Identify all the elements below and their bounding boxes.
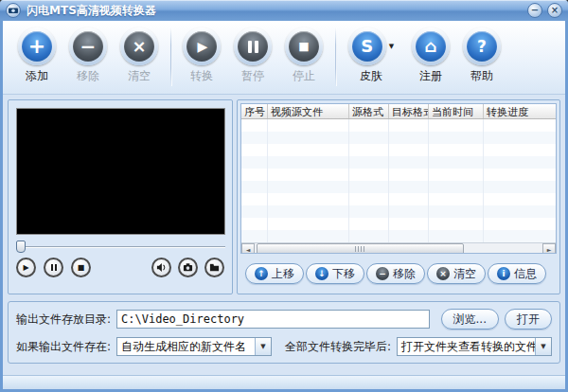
toolbar-button-pause[interactable]: 暂停	[228, 27, 277, 84]
toolbar: + 添加 − 移除 × 清空 ▶ 转换 暂停 ■ 停止	[3, 21, 565, 95]
register-icon: ⌂	[412, 27, 450, 65]
snapshot-button[interactable]	[178, 258, 198, 277]
open-media-button[interactable]	[204, 258, 224, 277]
status-bar	[3, 375, 565, 389]
stop-icon: ■	[285, 27, 323, 65]
preview-panel: ▶ ■	[8, 99, 233, 294]
exists-policy-label: 如果输出文件存在:	[16, 339, 111, 355]
toolbar-button-convert[interactable]: ▶ 转换	[177, 27, 226, 84]
window-title: 闪电MTS高清视频转换器	[27, 3, 156, 19]
skin-icon: S	[348, 27, 386, 65]
stop-icon: ■	[78, 264, 85, 272]
file-list-panel: 序号 视频源文件 源格式 目标格式 当前时间 转换进度 ◄ ►	[237, 99, 560, 294]
toolbar-button-remove[interactable]: − 移除	[63, 27, 113, 84]
table-row	[241, 218, 556, 230]
move-down-button[interactable]: ↓ 下移	[306, 263, 364, 284]
after-convert-label: 全部文件转换完毕后:	[285, 339, 391, 355]
move-up-icon: ↑	[255, 267, 268, 280]
minimize-icon: −	[531, 6, 539, 15]
toolbar-separator	[170, 27, 172, 86]
table-row	[241, 132, 556, 144]
list-action-bar: ↑ 上移 ↓ 下移 − 移除 × 清空 i 信息	[238, 263, 559, 284]
main-content: + 添加 − 移除 × 清空 ▶ 转换 暂停 ■ 停止	[3, 21, 565, 389]
scroll-left-icon[interactable]: ◄	[241, 243, 255, 254]
toolbar-button-help[interactable]: ? 帮助	[457, 27, 506, 84]
titlebar[interactable]: 闪电MTS高清视频转换器 − ×	[0, 0, 568, 21]
output-dir-input[interactable]: C:\Video_Directory	[116, 310, 430, 329]
move-up-button[interactable]: ↑ 上移	[245, 263, 304, 284]
folder-icon	[209, 260, 220, 276]
chevron-down-icon[interactable]: ▼	[255, 338, 271, 355]
skin-dropdown-icon[interactable]: ▼	[389, 43, 394, 50]
info-button[interactable]: i 信息	[488, 263, 546, 284]
table-body	[241, 119, 556, 242]
open-button[interactable]: 打开	[505, 309, 552, 330]
column-header-source-format[interactable]: 源格式	[349, 104, 389, 118]
scrollbar-track[interactable]	[255, 243, 542, 254]
table-row	[241, 193, 556, 205]
app-window: 闪电MTS高清视频转换器 − × + 添加 − 移除 × 清空 ▶ 转换	[0, 0, 568, 392]
seek-thumb[interactable]	[16, 241, 26, 253]
after-convert-combo[interactable]: 打开文件夹查看转换的文件 ▼	[397, 337, 552, 356]
close-icon: ×	[551, 6, 559, 15]
column-header-current-time[interactable]: 当前时间	[429, 104, 484, 118]
table-row	[241, 119, 556, 132]
add-icon: +	[18, 27, 56, 65]
browse-button[interactable]: 浏览...	[441, 309, 499, 330]
column-header-index[interactable]: 序号	[241, 104, 268, 118]
table-row	[241, 230, 556, 242]
pause-icon	[51, 264, 57, 271]
minimize-button[interactable]: −	[527, 3, 542, 18]
toolbar-button-add[interactable]: + 添加	[12, 27, 62, 84]
volume-icon	[156, 260, 167, 276]
toolbar-button-clear[interactable]: × 清空	[115, 27, 164, 84]
preview-stop-button[interactable]: ■	[71, 258, 91, 277]
remove-icon: −	[69, 27, 107, 65]
preview-play-button[interactable]: ▶	[16, 258, 36, 277]
remove-icon: −	[376, 267, 389, 280]
clear-icon: ×	[120, 27, 158, 65]
table-row	[241, 144, 556, 156]
column-header-progress[interactable]: 转换进度	[484, 104, 556, 118]
scroll-right-icon[interactable]: ►	[542, 243, 556, 254]
scrollbar-grip-icon	[355, 246, 365, 252]
file-table: 序号 视频源文件 源格式 目标格式 当前时间 转换进度 ◄ ►	[240, 103, 557, 254]
clear-list-button[interactable]: × 清空	[427, 263, 486, 284]
toolbar-button-skin[interactable]: S ▼ 皮肤	[342, 27, 400, 84]
table-row	[241, 156, 556, 169]
chevron-down-icon[interactable]: ▼	[535, 338, 551, 355]
toolbar-button-stop[interactable]: ■ 停止	[279, 27, 328, 84]
app-icon	[6, 3, 21, 18]
help-icon: ?	[463, 27, 501, 65]
preview-pause-button[interactable]	[44, 258, 63, 277]
table-row	[241, 181, 556, 193]
volume-button[interactable]	[151, 258, 171, 277]
info-icon: i	[497, 267, 510, 280]
pause-icon	[234, 27, 272, 65]
table-header: 序号 视频源文件 源格式 目标格式 当前时间 转换进度	[241, 104, 556, 119]
remove-item-button[interactable]: − 移除	[366, 263, 425, 284]
video-preview	[16, 108, 225, 235]
table-row	[241, 205, 556, 218]
snapshot-icon	[183, 260, 193, 276]
exists-policy-combo[interactable]: 自动生成相应的新文件名 ▼	[116, 337, 272, 356]
play-icon: ▶	[23, 264, 28, 272]
clear-icon: ×	[436, 267, 450, 280]
close-button[interactable]: ×	[547, 3, 562, 18]
table-row	[241, 169, 556, 181]
output-settings-groupbox: 输出文件存放目录: C:\Video_Directory 浏览... 打开 如果…	[8, 301, 560, 364]
column-header-source-file[interactable]: 视频源文件	[268, 104, 349, 118]
move-down-icon: ↓	[315, 267, 328, 280]
table-horizontal-scrollbar[interactable]: ◄ ►	[241, 242, 556, 254]
convert-icon: ▶	[183, 27, 221, 65]
toolbar-button-register[interactable]: ⌂ 注册	[406, 27, 455, 84]
seek-slider[interactable]	[16, 241, 225, 254]
toolbar-separator	[335, 27, 337, 86]
output-dir-label: 输出文件存放目录:	[16, 312, 111, 328]
seek-track	[16, 246, 225, 248]
scrollbar-thumb[interactable]	[257, 243, 464, 254]
column-header-target-format[interactable]: 目标格式	[389, 104, 429, 118]
